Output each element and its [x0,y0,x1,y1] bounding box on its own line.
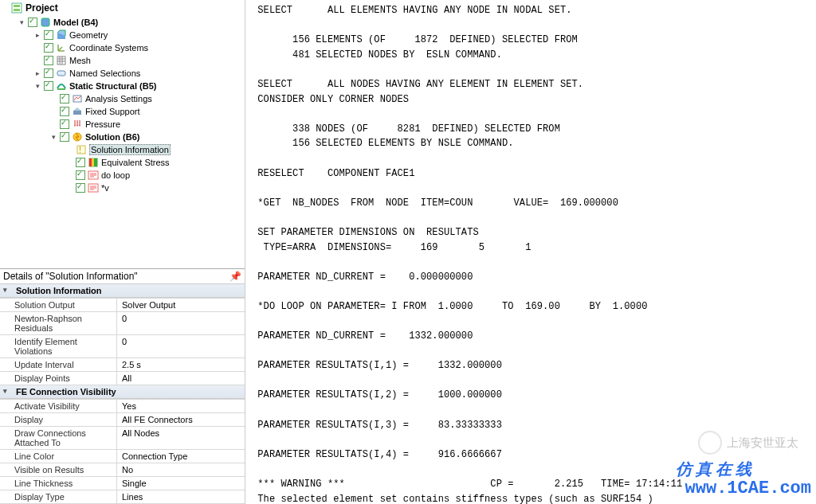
slogan-text: 仿真在线 [676,459,755,480]
svg-rect-5 [57,57,65,64]
project-icon [11,2,22,14]
eqv-icon [88,157,99,168]
tree-item-label: Static Structural (B5) [69,81,156,91]
tree-item[interactable]: Mesh [2,54,245,67]
property-row[interactable]: Visible on ResultsNo [0,463,245,477]
expand-icon[interactable]: ▾ [18,18,26,26]
tree-title: Project [2,2,245,16]
property-row[interactable]: Draw Connections Attached ToAll Nodes [0,427,245,450]
project-tree[interactable]: Project ▾Model (B4)▸GeometryCoordinate S… [0,0,245,268]
tree-item[interactable]: Coordinate Systems [2,41,245,54]
expand-icon[interactable] [33,57,41,64]
tree-item-label: Analysis Settings [85,94,152,104]
property-row[interactable]: Identify Element Violations0 [0,335,245,358]
property-value[interactable]: 2.5 s [117,358,245,371]
solution-icon [72,131,83,143]
expand-icon[interactable]: ▾ [33,82,41,90]
property-label: Display Type [0,490,117,503]
expand-icon[interactable] [33,44,41,52]
property-label: Update Interval [0,358,117,371]
property-row[interactable]: Display PointsAll [0,372,245,385]
check-icon [44,68,53,78]
check-icon [44,30,53,40]
property-row[interactable]: Line ThicknessSingle [0,477,245,490]
check-icon [60,132,69,142]
check-icon [76,183,85,193]
section-header[interactable]: FE Connection Visibility [0,385,245,399]
details-title: Details of "Solution Information" [3,271,138,282]
solver-output[interactable]: SELECT ALL ELEMENTS HAVING ANY NODE IN N… [245,0,816,504]
svg-rect-1 [14,5,20,7]
tree-item-label: Pressure [85,119,120,129]
website-url: www.1CAE.com [685,479,811,498]
tree-item[interactable]: ▾Static Structural (B5) [2,80,245,92]
expand-icon[interactable]: ▾ [49,133,57,141]
tree-item[interactable]: ▾Solution (B6) [2,131,245,143]
property-row[interactable]: Display TypeLines [0,490,245,504]
property-value[interactable]: All [117,372,245,385]
wechat-watermark: 上海安世亚太 [698,431,798,455]
expand-icon[interactable]: ▸ [33,69,41,77]
expand-icon[interactable] [65,146,73,154]
svg-rect-0 [12,3,22,13]
property-row[interactable]: Line ColorConnection Type [0,450,245,463]
tree-item[interactable]: Analysis Settings [2,92,245,105]
static-icon [56,80,67,92]
property-value[interactable]: All Nodes [117,427,245,449]
tree-item-label: Mesh [69,56,91,65]
tree-item[interactable]: !Solution Information [2,143,245,156]
property-value[interactable]: Connection Type [117,450,245,463]
tree-item[interactable]: ▸Named Selections [2,67,245,80]
pin-icon[interactable]: 📌 [230,271,241,282]
expand-icon[interactable] [65,184,73,192]
tree-item[interactable]: ▾Model (B4) [2,16,245,29]
solinfo-icon: ! [76,144,87,155]
expand-icon[interactable] [65,171,73,179]
tree-item-label: Model (B4) [53,18,98,27]
property-label: Line Color [0,450,117,463]
model-icon [40,17,51,28]
coord-icon [56,42,67,53]
tree-item-label: Named Selections [69,68,140,78]
property-label: Activate Visibility [0,400,117,412]
expand-icon[interactable]: ▸ [33,31,41,39]
tree-item[interactable]: *v [2,182,245,194]
property-value[interactable]: No [117,463,245,476]
property-value[interactable]: 0 [117,312,245,334]
svg-rect-9 [73,111,81,115]
property-value[interactable]: Solver Output [117,299,245,311]
property-value[interactable]: Lines [117,490,245,503]
property-row[interactable]: DisplayAll FE Connectors [0,413,245,427]
expand-icon[interactable] [49,95,57,103]
property-value[interactable]: Yes [117,400,245,412]
support-icon [72,106,83,117]
svg-rect-15 [92,158,94,166]
tree-item[interactable]: do loop [2,169,245,182]
expand-icon[interactable] [49,120,57,128]
tree-item-label: *v [101,183,109,193]
property-row[interactable]: Solution OutputSolver Output [0,298,245,312]
tree-item-label: Fixed Support [85,107,139,116]
property-value[interactable]: 0 [117,335,245,357]
property-value[interactable]: All FE Connectors [117,413,245,426]
property-row[interactable]: Update Interval2.5 s [0,358,245,372]
details-panel: Details of "Solution Information" 📌 Solu… [0,268,245,504]
svg-rect-6 [57,71,65,76]
tree-item[interactable]: Equivalent Stress [2,156,245,169]
property-row[interactable]: Activate VisibilityYes [0,399,245,413]
pressure-icon [72,119,83,130]
check-icon [76,158,85,167]
check-icon [28,18,37,27]
svg-rect-3 [41,18,49,26]
tree-item[interactable]: Fixed Support [2,105,245,118]
property-row[interactable]: Newton-Raphson Residuals0 [0,312,245,335]
property-value[interactable]: Single [117,477,245,490]
check-icon [60,119,69,129]
property-label: Identify Element Violations [0,335,117,357]
tree-item[interactable]: ▸Geometry [2,29,245,41]
section-header[interactable]: Solution Information [0,284,245,298]
tree-item[interactable]: Pressure [2,118,245,131]
expand-icon[interactable] [49,107,57,115]
expand-icon[interactable] [65,158,73,166]
property-label: Line Thickness [0,477,117,490]
